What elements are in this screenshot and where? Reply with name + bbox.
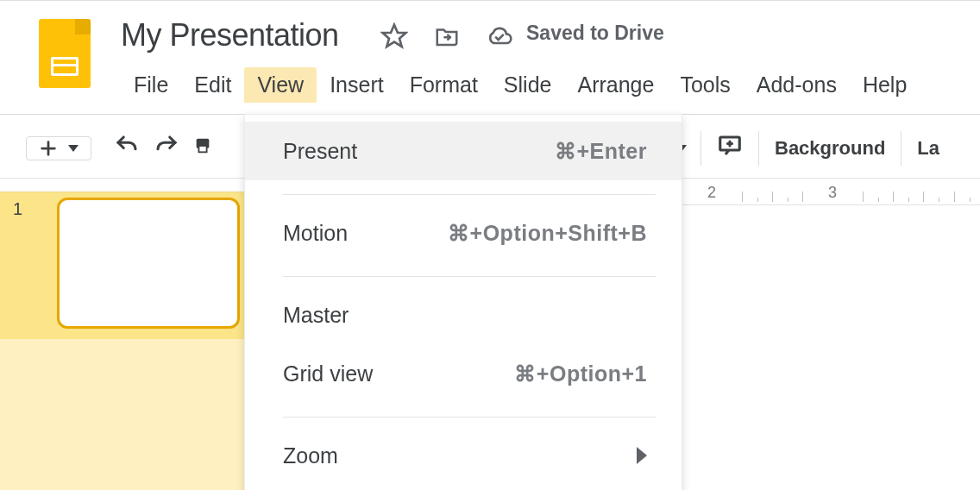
- slide-thumbnail[interactable]: [57, 198, 240, 329]
- ruler-mark: 2: [707, 184, 716, 202]
- menubar: File Edit View Insert Format Slide Arran…: [121, 67, 920, 103]
- menu-item-shortcut: ⌘+Option+1: [514, 361, 647, 386]
- menu-item-present[interactable]: Present ⌘+Enter: [245, 122, 682, 180]
- menu-format[interactable]: Format: [397, 67, 491, 103]
- menu-view[interactable]: View: [244, 67, 317, 103]
- menu-addons[interactable]: Add-ons: [744, 67, 850, 103]
- menu-separator: [283, 417, 656, 418]
- new-slide-button[interactable]: [26, 136, 91, 160]
- window-top-hairline: [0, 0, 980, 1]
- menu-separator: [283, 194, 656, 195]
- menu-item-grid-view[interactable]: Grid view ⌘+Option+1: [245, 344, 682, 403]
- menu-item-zoom[interactable]: Zoom: [245, 426, 682, 485]
- undo-button[interactable]: [107, 133, 147, 164]
- slide-panel: 1: [0, 192, 250, 490]
- svg-marker-0: [383, 25, 406, 47]
- menu-insert[interactable]: Insert: [317, 67, 397, 103]
- menu-item-master[interactable]: Master: [245, 286, 682, 344]
- menu-tools[interactable]: Tools: [667, 67, 743, 103]
- menu-arrange[interactable]: Arrange: [564, 67, 667, 103]
- background-button[interactable]: Background: [768, 137, 892, 160]
- menu-item-label: Grid view: [283, 361, 373, 386]
- add-comment-button[interactable]: [710, 133, 750, 164]
- toolbar-separator: [700, 131, 701, 166]
- submenu-arrow-icon: [637, 447, 647, 464]
- move-folder-icon[interactable]: [434, 23, 460, 49]
- menu-item-label: Master: [283, 303, 349, 328]
- toolbar-separator: [758, 131, 759, 166]
- menu-item-shortcut: ⌘+Enter: [555, 139, 647, 164]
- redo-button[interactable]: [147, 133, 186, 164]
- save-status-text: Saved to Drive: [526, 22, 664, 45]
- star-icon[interactable]: [380, 22, 408, 50]
- menu-separator: [283, 276, 656, 277]
- layout-button-partial[interactable]: La: [910, 137, 946, 160]
- menu-item-label: Motion: [283, 221, 348, 246]
- plus-icon: [39, 139, 58, 158]
- view-dropdown: Present ⌘+Enter Motion ⌘+Option+Shift+B …: [244, 114, 682, 490]
- chevron-down-icon: [68, 145, 79, 152]
- toolbar-divider-left: [0, 178, 250, 179]
- menu-help[interactable]: Help: [850, 67, 920, 103]
- menu-edit[interactable]: Edit: [181, 67, 244, 103]
- slides-logo: [39, 19, 92, 90]
- ruler-mark: 3: [828, 184, 837, 202]
- horizontal-ruler: 2 3: [682, 178, 980, 205]
- svg-rect-2: [198, 146, 206, 152]
- menu-item-shortcut: ⌘+Option+Shift+B: [448, 221, 647, 246]
- menu-item-motion[interactable]: Motion ⌘+Option+Shift+B: [245, 204, 682, 262]
- title-bar: My Presentation Saved to Drive: [0, 16, 980, 57]
- menu-file[interactable]: File: [121, 67, 181, 103]
- slide-number: 1: [13, 199, 22, 219]
- slide-thumbnail-selected[interactable]: 1: [0, 192, 250, 339]
- menu-item-label: Present: [283, 139, 357, 164]
- document-title[interactable]: My Presentation: [121, 17, 339, 53]
- menu-slide[interactable]: Slide: [491, 67, 565, 103]
- print-button[interactable]: [186, 136, 219, 160]
- toolbar-separator: [901, 131, 901, 166]
- menu-item-label: Zoom: [283, 443, 338, 468]
- cloud-saved-icon: [486, 22, 513, 50]
